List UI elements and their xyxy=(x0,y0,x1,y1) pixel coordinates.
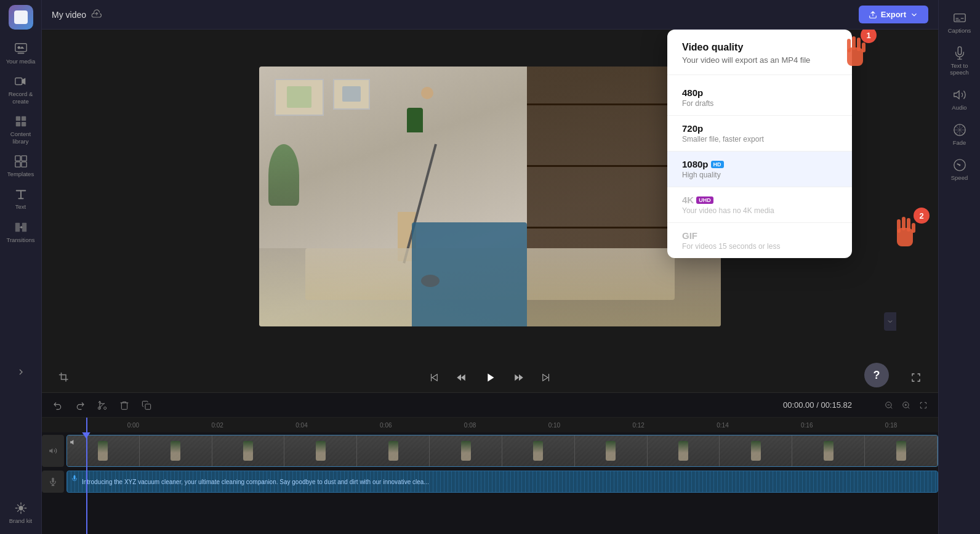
quality-option-1080p[interactable]: 1080p HD High quality xyxy=(667,152,852,187)
video-thumb-12 xyxy=(865,435,938,466)
svg-rect-6 xyxy=(15,122,20,126)
hd-badge: HD xyxy=(711,161,724,168)
expand-panel-button[interactable] xyxy=(884,312,896,331)
cursor-number-2: 2 xyxy=(914,208,930,224)
video-thumb-3 xyxy=(212,435,285,466)
cut-button[interactable] xyxy=(94,397,111,414)
crop-icon xyxy=(58,372,70,383)
sidebar-item-your-media[interactable]: Your media xyxy=(0,37,41,70)
svg-rect-31 xyxy=(954,14,965,22)
quality-option-720p[interactable]: 720p Smaller file, faster export xyxy=(667,116,852,152)
sidebar-item-templates[interactable]: Templates xyxy=(0,150,41,182)
ruler-mark-4: 0:08 xyxy=(428,422,512,429)
timeline-area: 00:00.00 / 00:15.82 xyxy=(42,392,938,534)
video-preview-area: Video quality Your video will export as … xyxy=(42,30,938,363)
undo-button[interactable] xyxy=(49,397,66,414)
fullscreen-icon xyxy=(910,372,922,383)
ruler-mark-7: 0:14 xyxy=(681,422,765,429)
video-thumb-2 xyxy=(140,435,212,466)
svg-rect-19 xyxy=(857,38,861,51)
templates-icon xyxy=(14,155,28,168)
ruler-mark-0: 0:00 xyxy=(91,422,175,429)
video-thumb-6 xyxy=(430,435,502,466)
sidebar-item-content-library[interactable]: Contentlibrary xyxy=(0,110,41,150)
right-item-fade[interactable]: Fade xyxy=(939,117,980,152)
fit-to-screen-button[interactable] xyxy=(916,398,931,413)
uhd-badge: UHD xyxy=(696,196,713,204)
svg-point-34 xyxy=(958,164,960,166)
zoom-out-button[interactable] xyxy=(882,398,896,413)
redo-button[interactable] xyxy=(71,397,89,414)
video-track-strip[interactable] xyxy=(66,435,938,467)
sidebar-item-brand-kit[interactable]: Brand kit xyxy=(0,496,41,529)
chevron-down-small-icon xyxy=(910,10,918,19)
sidebar-item-text[interactable]: Text xyxy=(0,182,41,215)
hand-cursor-2-icon xyxy=(889,211,926,254)
quality-option-4k[interactable]: 4K UHD Your video has no 4K media xyxy=(667,187,852,223)
fast-forward-button[interactable] xyxy=(509,368,529,387)
zoom-controls xyxy=(882,398,931,413)
quality-name-gif: GIF xyxy=(682,230,697,241)
quality-name-480p: 480p xyxy=(682,87,703,98)
sidebar-item-transitions[interactable]: Transitions xyxy=(0,216,41,248)
fade-icon xyxy=(953,123,966,137)
audio-label: Audio xyxy=(952,104,966,111)
volume-icon xyxy=(49,447,57,455)
right-item-text-to-speech[interactable]: Text tospeech xyxy=(939,40,980,82)
chevron-right-icon xyxy=(16,367,26,377)
total-time: / 00:15.82 xyxy=(816,400,852,410)
current-time: 00:00.00 xyxy=(783,400,814,410)
speed-label: Speed xyxy=(951,174,968,181)
export-button[interactable]: Export xyxy=(859,6,928,23)
fade-label: Fade xyxy=(953,139,966,146)
zoom-in-icon xyxy=(902,401,910,410)
play-pause-button[interactable] xyxy=(478,366,502,389)
ruler-mark-5: 0:10 xyxy=(512,422,596,429)
quality-desc-720p: Smaller file, faster export xyxy=(682,135,837,144)
svg-point-14 xyxy=(18,506,23,510)
right-item-speed[interactable]: Speed xyxy=(939,152,980,187)
skip-end-icon xyxy=(540,372,552,383)
skip-to-end-button[interactable] xyxy=(536,368,556,387)
sidebar-item-label-brand-kit: Brand kit xyxy=(9,517,33,524)
duplicate-button[interactable] xyxy=(138,397,155,414)
cursor-annotation-2: 2 xyxy=(889,211,926,257)
rewind-icon xyxy=(456,372,467,383)
zoom-in-button[interactable] xyxy=(899,398,914,413)
right-item-captions[interactable]: Captions xyxy=(939,5,980,40)
skip-start-icon xyxy=(428,372,440,383)
sidebar-item-record[interactable]: Record &create xyxy=(0,70,41,110)
quality-name-4k: 4K xyxy=(682,195,694,205)
captions-icon xyxy=(953,11,966,25)
sidebar-item-label-text: Text xyxy=(15,203,26,210)
svg-rect-18 xyxy=(852,36,856,50)
project-title[interactable]: My video xyxy=(52,10,86,20)
text-icon xyxy=(14,187,28,201)
svg-rect-21 xyxy=(897,228,913,246)
skip-to-start-button[interactable] xyxy=(424,368,444,387)
sidebar-item-label-your-media: Your media xyxy=(6,58,36,65)
fullscreen-button[interactable] xyxy=(906,368,926,387)
cursor-number-1: 1 xyxy=(861,30,877,43)
audio-track-strip[interactable]: Introducing the XYZ vacuum cleaner, your… xyxy=(66,471,938,493)
right-item-audio[interactable]: Audio xyxy=(939,82,980,117)
dropdown-divider xyxy=(667,75,852,75)
play-icon xyxy=(483,371,497,384)
record-icon xyxy=(14,75,28,88)
timeline-tracks: Introducing the XYZ vacuum cleaner, your… xyxy=(42,432,938,534)
video-thumb-8 xyxy=(575,435,648,466)
svg-rect-22 xyxy=(897,219,901,233)
quality-option-480p[interactable]: 480p For drafts xyxy=(667,80,852,116)
quality-name-1080p: 1080p xyxy=(682,159,709,169)
redo-icon xyxy=(75,400,85,410)
export-label: Export xyxy=(881,10,906,19)
quality-desc-4k: Your video has no 4K media xyxy=(682,206,837,215)
delete-button[interactable] xyxy=(116,397,133,414)
chevron-down-icon xyxy=(886,318,894,325)
sidebar-collapse-button[interactable] xyxy=(0,362,41,382)
help-button[interactable]: ? xyxy=(864,363,889,387)
rewind-button[interactable] xyxy=(451,368,471,387)
right-panel: Captions Text tospeech Audio Fade Speed xyxy=(938,0,980,534)
quality-option-gif[interactable]: GIF For videos 15 seconds or less xyxy=(667,223,852,258)
crop-button[interactable] xyxy=(54,368,74,387)
